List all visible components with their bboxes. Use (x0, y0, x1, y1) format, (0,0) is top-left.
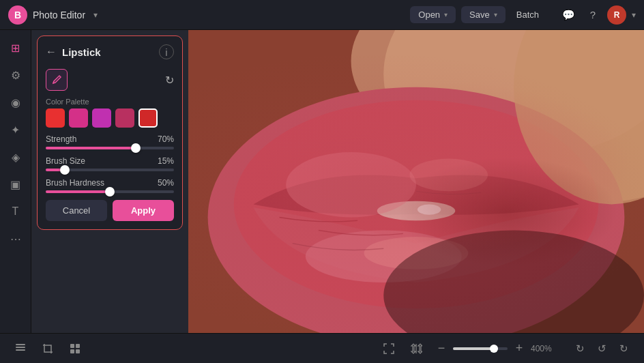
strength-slider-section: Strength 70% (46, 134, 174, 149)
topbar-icons: 💬 ? R ▾ (558, 5, 636, 25)
brush-hardness-value: 50% (158, 178, 174, 188)
zoom-slider-fill (453, 347, 494, 350)
svg-point-2 (351, 30, 644, 159)
brush-hardness-slider-section: Brush Hardness 50% (46, 178, 174, 193)
svg-point-7 (377, 201, 456, 221)
svg-point-4 (234, 100, 598, 308)
color-palette-section: Color Palette (46, 98, 174, 128)
svg-rect-13 (16, 347, 25, 348)
grid-bottom-icon[interactable] (65, 339, 85, 358)
panel-tools-row: ↻ (46, 69, 174, 91)
color-swatch-0[interactable] (46, 108, 65, 128)
strength-slider-fill (46, 147, 136, 149)
color-palette-label: Color Palette (46, 98, 174, 106)
app-name: Photo Editor (33, 10, 85, 20)
app-name-chevron: ▾ (93, 10, 98, 20)
sidebar-item-eye[interactable]: ◉ (3, 90, 28, 115)
canvas-area[interactable] (188, 30, 644, 333)
svg-point-1 (383, 30, 644, 204)
brush-size-slider-thumb[interactable] (60, 165, 70, 175)
zoom-in-button[interactable]: + (512, 341, 527, 356)
bottom-right-icons: ↻ ↺ ↻ (570, 339, 633, 358)
strength-label: Strength (46, 134, 76, 144)
compare-icon[interactable] (407, 339, 426, 358)
svg-rect-19 (76, 349, 80, 353)
strength-value: 70% (158, 134, 174, 144)
sidebar-item-layers[interactable]: ⊞ (3, 35, 28, 60)
color-swatch-4[interactable] (138, 108, 158, 128)
color-palette-row (46, 108, 174, 128)
app-logo: B (8, 5, 27, 25)
svg-rect-17 (76, 344, 80, 348)
topbar-expand-icon[interactable]: ▾ (632, 10, 636, 20)
svg-point-8 (383, 231, 644, 333)
open-chevron: ▾ (444, 11, 448, 18)
zoom-value: 400% (531, 344, 557, 353)
zoom-out-button[interactable]: − (434, 341, 449, 356)
message-icon[interactable]: 💬 (558, 5, 579, 25)
zoom-slider[interactable] (453, 347, 508, 350)
panel-actions: Cancel Apply (46, 200, 174, 221)
save-button[interactable]: Save ▾ (461, 6, 506, 23)
apply-button[interactable]: Apply (113, 200, 174, 221)
left-sidebar: ⊞ ⚙ ◉ ✦ ◈ ▣ T ⋯ (0, 30, 31, 333)
lipstick-panel: ← Lipstick i ↻ Color Palette (37, 35, 183, 230)
lips-photo-svg (188, 30, 644, 333)
svg-point-3 (208, 87, 625, 333)
svg-point-9 (286, 152, 416, 217)
svg-point-12 (418, 204, 441, 214)
svg-point-6 (364, 237, 469, 270)
svg-rect-15 (16, 344, 25, 345)
open-button[interactable]: Open ▾ (410, 6, 456, 23)
topbar: B Photo Editor ▾ Open ▾ Save ▾ Batch 💬 ?… (0, 0, 644, 30)
main-area: ⊞ ⚙ ◉ ✦ ◈ ▣ T ⋯ ← Lipstick i (0, 30, 644, 333)
svg-point-11 (514, 30, 644, 204)
cancel-button[interactable]: Cancel (46, 200, 107, 221)
brush-size-slider-section: Brush Size 15% (46, 156, 174, 171)
zoom-controls: − + 400% (434, 341, 557, 356)
color-swatch-2[interactable] (92, 108, 111, 128)
strength-slider-track[interactable] (46, 147, 174, 149)
color-swatch-1[interactable] (69, 108, 88, 128)
panel-info-button[interactable]: i (159, 44, 174, 59)
brush-size-value: 15% (158, 156, 174, 166)
brush-tool-icon[interactable] (46, 69, 68, 91)
svg-rect-16 (70, 344, 74, 348)
color-swatch-3[interactable] (115, 108, 134, 128)
logo-letter: B (14, 10, 21, 20)
redo-icon[interactable]: ↻ (614, 339, 633, 358)
help-icon[interactable]: ? (583, 5, 603, 25)
sidebar-item-effects[interactable]: ✦ (3, 117, 28, 142)
sidebar-item-more[interactable]: ⋯ (3, 227, 28, 251)
strength-slider-thumb[interactable] (131, 143, 141, 153)
brush-size-label: Brush Size (46, 156, 85, 166)
panel-title: Lipstick (62, 46, 153, 58)
svg-rect-0 (188, 30, 644, 333)
zoom-slider-thumb[interactable] (490, 345, 498, 353)
brush-hardness-slider-track[interactable] (46, 190, 174, 193)
sidebar-item-frames[interactable]: ▣ (3, 172, 28, 197)
panel-container: ← Lipstick i ↻ Color Palette (31, 30, 188, 333)
bottombar: − + 400% ↻ ↺ ↻ (0, 333, 644, 363)
svg-point-5 (306, 231, 462, 282)
brush-size-slider-track[interactable] (46, 169, 174, 171)
svg-rect-14 (16, 349, 25, 351)
panel-back-button[interactable]: ← (46, 46, 57, 58)
brush-hardness-slider-thumb[interactable] (105, 187, 115, 197)
save-chevron: ▾ (494, 11, 497, 18)
svg-rect-18 (70, 349, 74, 353)
fit-to-screen-icon[interactable] (379, 339, 398, 358)
batch-button[interactable]: Batch (511, 6, 544, 23)
layers-bottom-icon[interactable] (11, 339, 30, 358)
panel-header: ← Lipstick i (46, 44, 174, 62)
canvas-image (188, 30, 644, 333)
panel-refresh-button[interactable]: ↻ (165, 74, 174, 87)
refresh-icon[interactable]: ↻ (570, 339, 589, 358)
sidebar-item-text[interactable]: T (3, 199, 28, 224)
undo-icon[interactable]: ↺ (592, 339, 611, 358)
sidebar-item-adjustments[interactable]: ⚙ (3, 63, 28, 87)
brush-hardness-label: Brush Hardness (46, 178, 104, 188)
crop-bottom-icon[interactable] (38, 339, 57, 358)
sidebar-item-retouch[interactable]: ◈ (3, 145, 28, 169)
user-avatar[interactable]: R (607, 5, 626, 25)
